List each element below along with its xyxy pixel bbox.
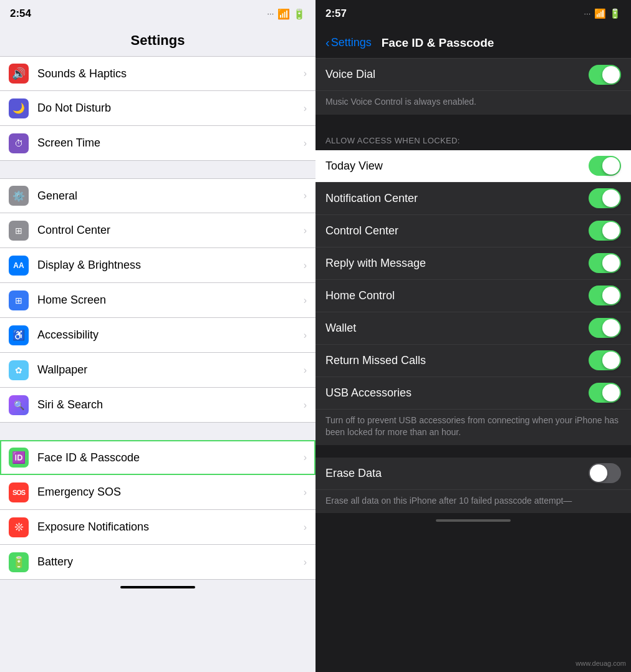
left-signal-dots: ···: [267, 11, 274, 17]
emergencysos-label: Emergency SOS: [37, 486, 299, 499]
display-icon: AA: [9, 256, 29, 276]
accessibility-icon: ♿: [9, 325, 29, 345]
home-control-toggle[interactable]: [589, 286, 621, 305]
control-center-label: Control Center: [325, 224, 589, 238]
settings-item-battery[interactable]: 🔋 Battery ›: [0, 545, 316, 580]
left-home-indicator: [120, 586, 195, 588]
left-panel: 2:54 ··· 📶 🔋 Settings 🔊 Sounds & Haptics…: [0, 0, 316, 672]
voice-dial-subtext: Music Voice Control is always enabled.: [316, 91, 631, 115]
notification-center-item[interactable]: Notification Center: [316, 183, 631, 215]
return-missed-calls-label: Return Missed Calls: [325, 354, 589, 367]
back-label: Settings: [331, 36, 372, 49]
back-chevron: ‹: [325, 36, 330, 50]
today-view-item[interactable]: Today View: [316, 150, 631, 183]
homescreen-icon: ⊞: [9, 290, 29, 310]
settings-item-homescreen[interactable]: ⊞ Home Screen ›: [0, 283, 316, 318]
settings-item-faceid[interactable]: 🆔 Face ID & Passcode ›: [0, 440, 316, 475]
notification-center-label: Notification Center: [325, 192, 589, 205]
settings-item-emergencysos[interactable]: SOS Emergency SOS ›: [0, 475, 316, 510]
controlcenter-label: Control Center: [37, 224, 299, 237]
settings-item-sounds[interactable]: 🔊 Sounds & Haptics ›: [0, 56, 316, 91]
reply-with-message-item[interactable]: Reply with Message: [316, 247, 631, 280]
settings-item-exposure[interactable]: ❊ Exposure Notifications ›: [0, 510, 316, 545]
settings-item-accessibility[interactable]: ♿ Accessibility ›: [0, 318, 316, 353]
emergencysos-chevron: ›: [304, 487, 307, 498]
usb-accessories-label: USB Accessories: [325, 386, 589, 400]
erase-data-item[interactable]: Erase Data: [316, 458, 631, 490]
sounds-chevron: ›: [304, 68, 307, 79]
dark-gap-2: [316, 445, 631, 458]
toggle-knob: [602, 66, 620, 84]
accessibility-chevron: ›: [304, 330, 307, 341]
control-center-item[interactable]: Control Center: [316, 215, 631, 247]
erase-data-toggle[interactable]: [589, 463, 621, 483]
exposure-chevron: ›: [304, 522, 307, 533]
wallet-label: Wallet: [325, 322, 589, 335]
voice-dial-toggle[interactable]: [589, 65, 621, 85]
settings-item-general[interactable]: ⚙️ General ›: [0, 178, 316, 213]
group-gap-2: [0, 423, 316, 440]
left-battery-icon: 🔋: [293, 8, 306, 20]
accessibility-label: Accessibility: [37, 329, 299, 342]
allow-access-header: ALLOW ACCESS WHEN LOCKED:: [316, 127, 631, 150]
settings-item-screentime[interactable]: ⏱ Screen Time ›: [0, 126, 316, 161]
wallpaper-label: Wallpaper: [37, 363, 299, 377]
control-center-toggle[interactable]: [589, 221, 621, 241]
settings-group-3: 🆔 Face ID & Passcode › SOS Emergency SOS…: [0, 440, 316, 580]
right-content: Voice Dial Music Voice Control is always…: [316, 59, 631, 672]
settings-item-display[interactable]: AA Display & Brightness ›: [0, 248, 316, 283]
right-battery-icon: 🔋: [609, 8, 621, 19]
settings-item-controlcenter[interactable]: ⊞ Control Center ›: [0, 213, 316, 248]
left-page-title: Settings: [0, 27, 316, 56]
left-time: 2:54: [10, 7, 31, 20]
display-label: Display & Brightness: [37, 259, 299, 272]
home-control-item[interactable]: Home Control: [316, 280, 631, 312]
screentime-chevron: ›: [304, 138, 307, 149]
donotdisturb-chevron: ›: [304, 103, 307, 114]
faceid-chevron: ›: [304, 452, 307, 463]
today-view-toggle[interactable]: [589, 156, 621, 176]
donotdisturb-icon: 🌙: [9, 98, 29, 118]
usb-accessories-toggle[interactable]: [589, 383, 621, 403]
return-missed-calls-item[interactable]: Return Missed Calls: [316, 345, 631, 377]
wallpaper-icon: ✿: [9, 360, 29, 380]
nav-title: Face ID & Passcode: [382, 36, 494, 50]
home-control-label: Home Control: [325, 289, 589, 302]
settings-item-donotdisturb[interactable]: 🌙 Do Not Disturb ›: [0, 91, 316, 126]
sounds-label: Sounds & Haptics: [37, 67, 299, 80]
left-status-icons: ··· 📶 🔋: [267, 8, 306, 20]
left-status-bar: 2:54 ··· 📶 🔋: [0, 0, 316, 27]
siri-chevron: ›: [304, 400, 307, 411]
right-panel: 2:57 ··· 📶 🔋 ‹ Settings Face ID & Passco…: [316, 0, 631, 672]
battery-label: Battery: [37, 555, 299, 569]
notification-center-toggle[interactable]: [589, 188, 621, 208]
dark-gap-1: [316, 115, 631, 127]
usb-subtext: Turn off to prevent USB accessories from…: [316, 410, 631, 445]
erase-data-label: Erase Data: [325, 467, 589, 480]
wallet-toggle[interactable]: [589, 318, 621, 338]
siri-icon: 🔍: [9, 395, 29, 415]
wallet-item[interactable]: Wallet: [316, 312, 631, 345]
faceid-icon: 🆔: [9, 448, 29, 468]
group-gap-1: [0, 161, 316, 178]
today-view-knob: [602, 157, 620, 175]
donotdisturb-label: Do Not Disturb: [37, 102, 299, 115]
right-home-indicator: [436, 519, 511, 522]
reply-with-message-label: Reply with Message: [325, 257, 589, 270]
homescreen-label: Home Screen: [37, 294, 299, 307]
wallpaper-chevron: ›: [304, 365, 307, 376]
settings-item-siri[interactable]: 🔍 Siri & Search ›: [0, 388, 316, 423]
today-view-label: Today View: [325, 160, 589, 173]
settings-item-wallpaper[interactable]: ✿ Wallpaper ›: [0, 353, 316, 388]
watermark: www.deuag.com: [576, 660, 626, 667]
right-time: 2:57: [325, 7, 347, 20]
controlcenter-chevron: ›: [304, 225, 307, 236]
return-missed-calls-toggle[interactable]: [589, 350, 621, 370]
general-icon: ⚙️: [9, 186, 29, 206]
right-signal-dots: ···: [584, 11, 591, 17]
voice-dial-item[interactable]: Voice Dial: [316, 59, 631, 91]
usb-accessories-item[interactable]: USB Accessories: [316, 377, 631, 410]
back-button[interactable]: ‹ Settings: [325, 36, 372, 50]
reply-with-message-toggle[interactable]: [589, 253, 621, 273]
settings-group-2: ⚙️ General › ⊞ Control Center › AA Displ…: [0, 178, 316, 423]
